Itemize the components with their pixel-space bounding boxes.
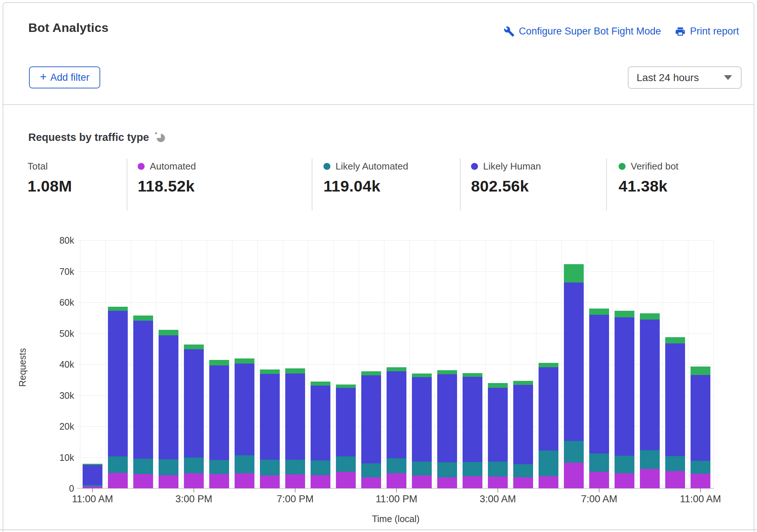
bar-segment-verified-bot[interactable] [437, 370, 457, 374]
bar-segment-likely-human[interactable] [539, 367, 558, 451]
bar-segment-likely-automated[interactable] [336, 456, 356, 472]
bar-segment-likely-human[interactable] [361, 375, 381, 464]
bar-segment-likely-human[interactable] [235, 364, 254, 455]
bar-segment-likely-automated[interactable] [412, 462, 432, 475]
bar-segment-verified-bot[interactable] [235, 358, 254, 364]
bar-segment-automated[interactable] [640, 469, 660, 488]
bar-segment-likely-human[interactable] [513, 385, 533, 464]
bar-segment-verified-bot[interactable] [159, 330, 178, 335]
bar-segment-likely-automated[interactable] [589, 453, 609, 472]
bar-segment-likely-human[interactable] [640, 320, 660, 450]
bar-segment-likely-automated[interactable] [665, 456, 685, 471]
bar-segment-verified-bot[interactable] [412, 374, 432, 377]
bar-segment-likely-automated[interactable] [235, 455, 254, 473]
bar-segment-automated[interactable] [235, 473, 254, 488]
bar-segment-automated[interactable] [513, 477, 533, 488]
bar-segment-verified-bot[interactable] [640, 313, 660, 320]
bar-segment-likely-human[interactable] [159, 335, 178, 459]
bar-segment-verified-bot[interactable] [564, 264, 584, 283]
bar-segment-automated[interactable] [539, 476, 558, 488]
bar-segment-likely-human[interactable] [463, 377, 482, 462]
bar-segment-verified-bot[interactable] [361, 371, 381, 375]
bar-segment-automated[interactable] [564, 463, 584, 488]
bar-segment-automated[interactable] [159, 475, 178, 488]
bar-segment-verified-bot[interactable] [589, 309, 609, 315]
bar-segment-automated[interactable] [336, 472, 356, 488]
bar-segment-automated[interactable] [665, 471, 685, 488]
bar-segment-verified-bot[interactable] [209, 360, 229, 365]
bar-segment-verified-bot[interactable] [615, 311, 634, 318]
bar-segment-automated[interactable] [691, 474, 710, 488]
bar-segment-verified-bot[interactable] [463, 373, 482, 377]
bar-segment-automated[interactable] [589, 472, 609, 488]
bar-segment-likely-human[interactable] [615, 317, 634, 456]
bar-segment-verified-bot[interactable] [539, 363, 558, 367]
bar-segment-verified-bot[interactable] [260, 369, 280, 374]
bar-segment-automated[interactable] [184, 473, 204, 488]
bar-segment-likely-automated[interactable] [159, 459, 178, 475]
bar-segment-likely-human[interactable] [133, 321, 153, 459]
bar-segment-likely-human[interactable] [437, 374, 457, 462]
bar-segment-likely-human[interactable] [564, 283, 584, 441]
bar-segment-verified-bot[interactable] [133, 316, 153, 321]
bar-segment-verified-bot[interactable] [513, 381, 533, 385]
add-filter-button[interactable]: + Add filter [29, 66, 100, 88]
bar-segment-likely-human[interactable] [285, 374, 305, 460]
bar-segment-verified-bot[interactable] [665, 337, 685, 344]
bar-segment-likely-automated[interactable] [437, 462, 457, 477]
bar-segment-verified-bot[interactable] [184, 345, 204, 349]
bar-segment-likely-automated[interactable] [387, 458, 406, 473]
bar-segment-likely-automated[interactable] [463, 462, 482, 476]
bar-segment-likely-automated[interactable] [513, 464, 533, 477]
bar-segment-automated[interactable] [361, 477, 381, 488]
bar-segment-likely-automated[interactable] [361, 463, 381, 477]
bar-segment-automated[interactable] [108, 473, 128, 488]
bar-segment-verified-bot[interactable] [387, 367, 406, 371]
bar-segment-likely-human[interactable] [665, 343, 685, 456]
bar-segment-likely-human[interactable] [336, 388, 356, 456]
bar-segment-likely-automated[interactable] [691, 461, 710, 474]
bar-segment-likely-automated[interactable] [209, 460, 229, 474]
bar-segment-automated[interactable] [437, 477, 457, 488]
bar-segment-verified-bot[interactable] [336, 385, 356, 388]
bar-segment-verified-bot[interactable] [83, 464, 102, 465]
bar-segment-likely-human[interactable] [108, 311, 128, 456]
bar-segment-automated[interactable] [133, 474, 153, 488]
bar-segment-likely-automated[interactable] [488, 462, 508, 477]
bar-segment-automated[interactable] [311, 475, 330, 488]
bar-segment-likely-human[interactable] [260, 374, 280, 460]
bar-segment-likely-human[interactable] [209, 365, 229, 460]
bar-segment-likely-human[interactable] [184, 349, 204, 458]
bar-segment-likely-automated[interactable] [83, 485, 102, 487]
bar-segment-automated[interactable] [615, 473, 634, 488]
bar-segment-automated[interactable] [488, 477, 508, 488]
configure-super-bot-fight-mode-link[interactable]: Configure Super Bot Fight Mode [504, 26, 661, 37]
bar-segment-verified-bot[interactable] [285, 368, 305, 374]
bar-segment-likely-automated[interactable] [615, 456, 634, 473]
bar-segment-likely-automated[interactable] [108, 456, 128, 473]
bar-segment-likely-automated[interactable] [260, 460, 280, 475]
bar-segment-automated[interactable] [387, 473, 406, 488]
bar-segment-likely-human[interactable] [488, 388, 508, 462]
bar-segment-likely-human[interactable] [412, 377, 432, 462]
bar-segment-likely-human[interactable] [589, 315, 609, 454]
bar-segment-likely-automated[interactable] [311, 460, 330, 475]
bar-segment-likely-human[interactable] [387, 371, 406, 458]
bar-segment-automated[interactable] [412, 475, 432, 488]
print-report-link[interactable]: Print report [675, 26, 739, 37]
bar-segment-automated[interactable] [285, 474, 305, 488]
bar-segment-likely-human[interactable] [691, 375, 710, 461]
bar-segment-verified-bot[interactable] [488, 383, 508, 388]
bar-segment-verified-bot[interactable] [108, 307, 128, 311]
bar-segment-likely-automated[interactable] [564, 441, 584, 463]
bar-segment-likely-automated[interactable] [184, 458, 204, 473]
bar-segment-automated[interactable] [463, 476, 482, 488]
bar-segment-likely-automated[interactable] [640, 450, 660, 469]
bar-segment-likely-automated[interactable] [133, 459, 153, 474]
bar-segment-likely-automated[interactable] [285, 460, 305, 474]
bar-segment-verified-bot[interactable] [691, 367, 710, 375]
bar-segment-likely-human[interactable] [311, 386, 330, 460]
bar-segment-likely-human[interactable] [83, 465, 102, 485]
bar-segment-likely-automated[interactable] [539, 451, 558, 476]
bar-segment-verified-bot[interactable] [311, 382, 330, 386]
